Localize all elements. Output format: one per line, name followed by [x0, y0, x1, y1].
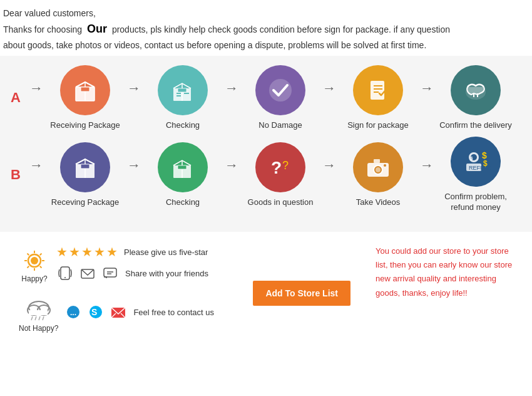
contact-row: ... S Feel free to contact us — [64, 303, 214, 321]
flow-item-b1: Receving Package — [44, 142, 126, 208]
label-a2: Checking — [166, 120, 200, 131]
flow-items-b: Receving Package → Checking → — [44, 137, 526, 213]
label-b5: Confirm problem,refund money — [444, 192, 507, 213]
svg-point-39 — [31, 257, 38, 264]
arrow-b2: → — [225, 157, 238, 192]
svg-point-28 — [376, 167, 381, 172]
flow-item-a1: Receiving Package — [44, 65, 126, 131]
arrow-b3: → — [322, 157, 336, 192]
arrow-a3: → — [322, 80, 336, 115]
share-row: Share with your friends — [56, 264, 208, 282]
flow-item-b3: ? ? Goods in question — [240, 142, 321, 208]
circle-a3 — [255, 65, 305, 115]
stars-row: ★ ★ ★ ★ ★ Please give us five-star — [56, 244, 208, 259]
bottom-section: Happy? ★ ★ ★ ★ ★ Please give us five-sta… — [0, 232, 532, 355]
checkmark-icon — [265, 75, 296, 106]
camera-icon — [362, 152, 394, 183]
circle-a4 — [353, 65, 403, 115]
row-a-label: A — [6, 90, 25, 106]
contact-icons: ... S — [64, 303, 127, 321]
circle-b1 — [60, 142, 110, 192]
contact-email-icon — [110, 303, 127, 321]
svg-line-58 — [35, 316, 36, 320]
svg-text:$: $ — [483, 159, 488, 168]
checking-b-icon — [167, 152, 198, 183]
svg-text:...: ... — [70, 308, 76, 317]
flow-item-b5: $ REFUND $ $ Confirm problem,refund mone… — [435, 137, 516, 213]
svg-line-57 — [31, 316, 33, 320]
share-text: Share with your friends — [125, 269, 208, 278]
flow-row-a: A → Receiving Package → — [6, 65, 526, 131]
package-icon — [69, 75, 101, 106]
happy-label: Happy? — [21, 274, 47, 283]
happy-emotion: Happy? — [19, 248, 50, 283]
star-5: ★ — [106, 244, 118, 259]
star-1: ★ — [56, 244, 68, 259]
header-line1: Dear valued customers, — [3, 6, 523, 20]
circle-b2 — [158, 142, 208, 192]
flow-item-a4: Sign for package — [337, 65, 419, 131]
circle-a5 — [451, 65, 501, 115]
phone-icon — [56, 264, 74, 282]
share-icons — [56, 264, 119, 282]
flow-item-b4: Take Videos — [337, 142, 419, 208]
flow-row-b: B → Receving Package → — [6, 137, 526, 213]
skype-icon: S — [87, 303, 105, 321]
refund-icon: $ REFUND $ $ — [460, 146, 491, 177]
happy-row: Happy? ★ ★ ★ ★ ★ Please give us five-sta… — [19, 244, 228, 287]
arrow-a-start: → — [29, 80, 43, 115]
svg-rect-56 — [29, 310, 48, 315]
arrow-b1: → — [127, 157, 141, 192]
flow-item-a2: Checking — [142, 65, 223, 131]
circle-b4 — [353, 142, 403, 192]
svg-point-30 — [384, 164, 386, 167]
svg-text:?: ? — [271, 158, 282, 177]
cloud-rain-icon — [21, 296, 56, 323]
five-star-text: Please give us five-star — [124, 248, 208, 257]
circle-a2 — [158, 65, 208, 115]
header-section: Dear valued customers, Thanks for choosi… — [0, 0, 532, 56]
arrow-a2: → — [225, 80, 238, 115]
label-b2: Checking — [166, 197, 200, 208]
package-b-icon — [69, 152, 101, 183]
row-b-label: B — [6, 167, 25, 183]
arrow-b4: → — [420, 157, 434, 192]
star-4: ★ — [94, 244, 105, 259]
flow-item-b2: Checking — [142, 142, 223, 208]
arrow-a4: → — [420, 80, 434, 115]
flow-items-a: Receiving Package → Checking — [44, 65, 526, 131]
not-happy-row: Not Happy? ... S — [19, 296, 228, 333]
star-rating: ★ ★ ★ ★ ★ — [56, 244, 118, 259]
checking-icon — [167, 75, 198, 106]
contact-text: Feel free to contact us — [133, 308, 214, 317]
svg-line-47 — [28, 266, 29, 268]
svg-rect-11 — [371, 81, 384, 100]
svg-line-44 — [28, 254, 29, 256]
header-pre-brand: Thanks for choosing — [3, 24, 82, 34]
label-a4: Sign for package — [347, 120, 409, 131]
sun-icon — [19, 248, 50, 273]
header-post-brand: products, pls kindly help check goods co… — [112, 24, 450, 34]
svg-text:S: S — [91, 307, 97, 317]
document-check-icon — [362, 75, 394, 106]
label-b4: Take Videos — [356, 197, 401, 208]
header-line3: about goods, take photos or videos, cont… — [3, 38, 523, 52]
question-icon: ? ? — [265, 152, 296, 183]
circle-b3: ? ? — [255, 142, 305, 192]
svg-text:?: ? — [282, 159, 289, 172]
left-bottom: Happy? ★ ★ ★ ★ ★ Please give us five-sta… — [19, 244, 228, 342]
star-3: ★ — [81, 244, 93, 259]
handshake-icon — [460, 75, 491, 106]
svg-rect-23 — [178, 165, 187, 169]
store-button-area: Add To Store List — [253, 244, 350, 342]
svg-rect-29 — [374, 159, 380, 163]
svg-rect-6 — [178, 88, 187, 92]
arrow-a1: → — [127, 80, 141, 115]
email-icon — [79, 264, 96, 282]
star-2: ★ — [69, 244, 80, 259]
add-to-store-button[interactable]: Add To Store List — [253, 281, 350, 306]
header-line2: Thanks for choosing Our products, pls ki… — [3, 20, 523, 38]
label-b1: Receving Package — [51, 197, 119, 208]
bubble-icon: ... — [64, 303, 82, 321]
svg-rect-20 — [81, 164, 90, 169]
